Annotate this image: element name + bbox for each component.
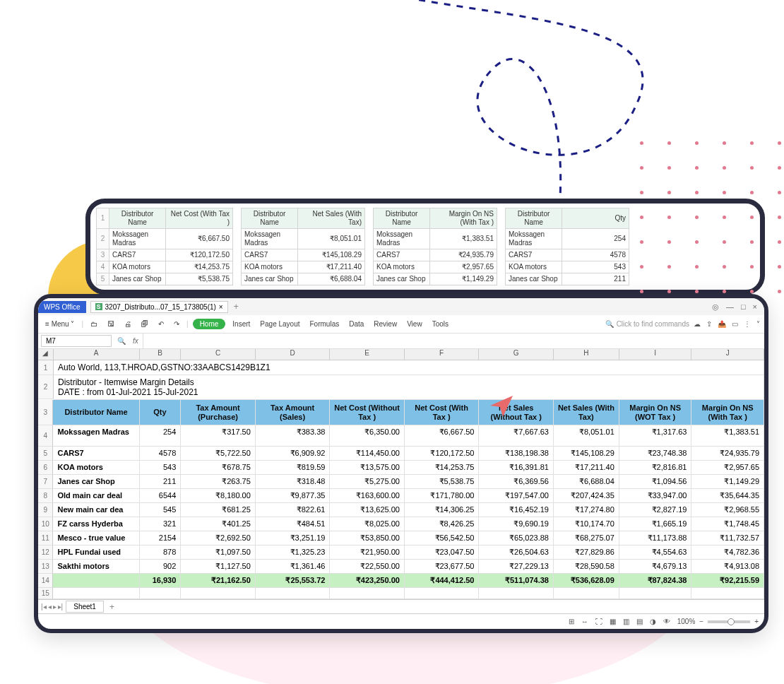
redo-icon[interactable]: ↷ <box>171 319 182 329</box>
value-cell[interactable]: ₹6,350.00 <box>330 425 405 447</box>
value-cell[interactable]: ₹21,950.00 <box>330 546 405 560</box>
formula-input[interactable] <box>143 334 764 348</box>
value-cell[interactable]: ₹318.48 <box>256 475 331 489</box>
reading-mode-icon[interactable]: ↔ <box>581 618 588 625</box>
value-cell[interactable]: ₹22,550.00 <box>330 560 405 574</box>
value-cell[interactable]: ₹1,127.50 <box>181 560 256 574</box>
value-cell[interactable]: ₹171,780.00 <box>405 489 480 503</box>
side-panel-icon[interactable]: ▭ <box>732 320 738 328</box>
value-cell[interactable]: ₹484.51 <box>256 517 331 531</box>
distributor-name[interactable]: FZ carss Hyderba <box>53 517 139 531</box>
collapse-ribbon-icon[interactable]: ˅ <box>756 320 760 328</box>
sheet-nav-last-icon[interactable]: ▸| <box>58 603 64 611</box>
column-headers[interactable]: ◢ ABCDEFGHIJ <box>38 349 764 360</box>
undo-icon[interactable]: ↶ <box>155 319 167 329</box>
value-cell[interactable]: ₹1,361.46 <box>256 560 331 574</box>
more-icon[interactable]: ⋮ <box>744 320 751 328</box>
value-cell[interactable]: ₹68,275.07 <box>554 531 619 546</box>
value-cell[interactable]: ₹11,732.57 <box>691 531 764 546</box>
close-window-icon[interactable]: × <box>753 302 757 312</box>
value-cell[interactable]: ₹4,554.63 <box>619 546 692 560</box>
value-cell[interactable]: ₹8,426.25 <box>405 517 480 531</box>
total-cell[interactable]: ₹423,250.00 <box>330 574 405 588</box>
total-cell[interactable]: ₹21,162.50 <box>181 574 256 588</box>
value-cell[interactable]: ₹263.75 <box>181 475 256 489</box>
value-cell[interactable]: ₹6,909.92 <box>256 447 331 461</box>
tab-formulas[interactable]: Formulas <box>307 319 343 329</box>
value-cell[interactable]: ₹33,947.00 <box>619 489 692 503</box>
total-cell[interactable] <box>53 574 139 588</box>
value-cell[interactable]: ₹23,677.50 <box>405 560 480 574</box>
tab-view[interactable]: View <box>404 319 425 329</box>
distributor-name[interactable]: Mokssagen Madras <box>53 425 139 447</box>
document-tab[interactable]: S 3207_Distributo...07_15_173805(1) × <box>90 301 228 313</box>
value-cell[interactable]: ₹4,679.13 <box>619 560 692 574</box>
value-cell[interactable]: ₹681.25 <box>181 503 256 517</box>
value-cell[interactable]: ₹1,317.63 <box>619 425 692 447</box>
column-header[interactable]: Distributor Name <box>53 400 139 425</box>
add-sheet-button[interactable]: + <box>104 601 120 613</box>
value-cell[interactable]: ₹16,391.81 <box>479 461 554 475</box>
distributor-name[interactable]: Mesco - true value <box>53 531 139 546</box>
column-header[interactable]: Net Cost (With Tax ) <box>405 400 480 425</box>
distributor-name[interactable]: HPL Fundai used <box>53 546 139 560</box>
distributor-name[interactable]: CARS7 <box>53 447 139 461</box>
column-header[interactable]: Net Cost (Without Tax ) <box>330 400 405 425</box>
value-cell[interactable]: ₹2,827.19 <box>619 503 692 517</box>
value-cell[interactable]: ₹145,108.29 <box>554 447 619 461</box>
status-icon-1[interactable]: ⊞ <box>569 618 574 625</box>
value-cell[interactable]: ₹163,600.00 <box>330 489 405 503</box>
value-cell[interactable]: ₹16,452.19 <box>479 503 554 517</box>
value-cell[interactable]: ₹6,369.56 <box>479 475 554 489</box>
zoom-out-button[interactable]: − <box>699 618 703 625</box>
value-cell[interactable]: ₹26,504.63 <box>479 546 554 560</box>
view-pagebreak-icon[interactable]: ▤ <box>636 618 643 625</box>
tab-page-layout[interactable]: Page Layout <box>257 319 302 329</box>
total-cell[interactable]: ₹536,628.09 <box>554 574 619 588</box>
value-cell[interactable]: ₹14,253.75 <box>405 461 480 475</box>
total-cell[interactable]: 16,930 <box>140 574 182 588</box>
sheet-tab[interactable]: Sheet1 <box>66 601 104 613</box>
print-preview-icon[interactable]: 🗐 <box>138 319 151 329</box>
value-cell[interactable]: 2154 <box>140 531 182 546</box>
total-cell[interactable]: ₹511,074.38 <box>479 574 554 588</box>
value-cell[interactable]: ₹27,829.86 <box>554 546 619 560</box>
value-cell[interactable]: 321 <box>140 517 182 531</box>
value-cell[interactable]: 902 <box>140 560 182 574</box>
value-cell[interactable]: ₹28,590.58 <box>554 560 619 574</box>
tab-home[interactable]: Home <box>193 319 226 329</box>
zoom-in-button[interactable]: + <box>754 618 759 625</box>
open-icon[interactable]: 🗀 <box>88 319 100 329</box>
value-cell[interactable]: ₹114,450.00 <box>330 447 405 461</box>
fx-icon[interactable]: fx <box>129 337 143 345</box>
theme-icon[interactable]: ◑ <box>650 618 656 625</box>
new-tab-button[interactable]: + <box>228 300 244 313</box>
select-all-corner[interactable]: ◢ <box>38 349 54 360</box>
value-cell[interactable]: ₹6,688.04 <box>554 475 619 489</box>
value-cell[interactable]: 211 <box>140 475 182 489</box>
distributor-name[interactable]: Sakthi motors <box>53 560 139 574</box>
eye-care-icon[interactable]: 👁 <box>663 618 670 625</box>
tab-tools[interactable]: Tools <box>429 319 451 329</box>
value-cell[interactable]: ₹383.38 <box>256 425 331 447</box>
column-header[interactable]: Net Sales (With Tax) <box>554 400 619 425</box>
value-cell[interactable]: 254 <box>140 425 182 447</box>
distributor-name[interactable]: New main car dea <box>53 503 139 517</box>
value-cell[interactable]: ₹120,172.50 <box>405 447 480 461</box>
sheet-nav-first-icon[interactable]: |◂ <box>41 603 47 611</box>
distributor-name[interactable]: Janes car Shop <box>53 475 139 489</box>
value-cell[interactable]: ₹13,575.00 <box>330 461 405 475</box>
fullscreen-icon[interactable]: ⛶ <box>595 618 602 625</box>
value-cell[interactable]: ₹23,748.38 <box>619 447 692 461</box>
value-cell[interactable]: ₹5,538.75 <box>405 475 480 489</box>
tab-review[interactable]: Review <box>371 319 400 329</box>
value-cell[interactable]: 543 <box>140 461 182 475</box>
value-cell[interactable]: 545 <box>140 503 182 517</box>
value-cell[interactable]: ₹1,748.45 <box>691 517 764 531</box>
print-icon[interactable]: 🖨 <box>121 319 134 329</box>
value-cell[interactable]: ₹23,047.50 <box>405 546 480 560</box>
value-cell[interactable]: 4578 <box>140 447 182 461</box>
sheet-nav-next-icon[interactable]: ▸ <box>53 603 57 611</box>
sign-in-icon[interactable]: ◎ <box>712 302 719 312</box>
share-icon[interactable]: ⇪ <box>706 320 712 328</box>
